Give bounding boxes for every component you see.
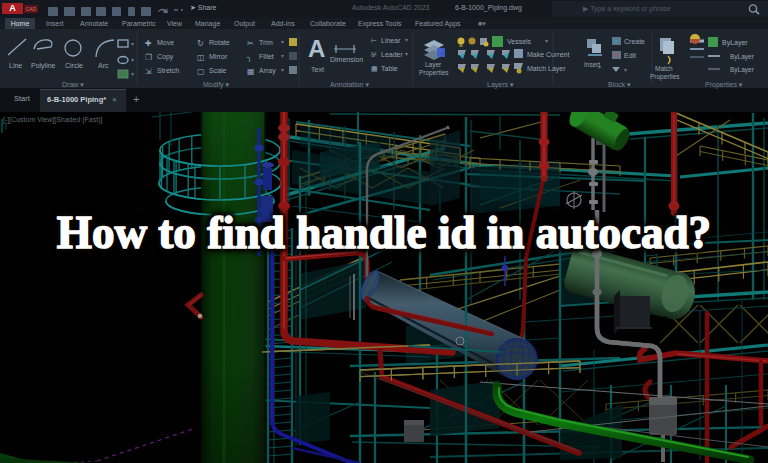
svg-text:Line: Line xyxy=(9,62,22,69)
svg-text:A: A xyxy=(308,35,325,62)
svg-text:▾: ▾ xyxy=(405,37,408,43)
svg-text:▦: ▦ xyxy=(371,65,378,72)
svg-text:Properties: Properties xyxy=(650,73,680,81)
svg-text:Match: Match xyxy=(655,65,673,72)
svg-text:▾: ▾ xyxy=(281,67,284,73)
svg-text:▾: ▾ xyxy=(281,53,284,59)
svg-text:⇲: ⇲ xyxy=(145,67,152,76)
svg-text:✚: ✚ xyxy=(145,39,152,48)
svg-text:Table: Table xyxy=(381,65,398,72)
svg-text:Linear: Linear xyxy=(381,37,401,44)
svg-text:╮: ╮ xyxy=(246,53,252,63)
svg-text:Modify ▾: Modify ▾ xyxy=(203,81,230,89)
svg-text:▾: ▾ xyxy=(281,39,284,45)
svg-text:Rotate: Rotate xyxy=(209,39,230,46)
svg-text:Leader: Leader xyxy=(381,51,403,58)
svg-text:Arc: Arc xyxy=(98,62,109,69)
svg-text:Block ▾: Block ▾ xyxy=(608,81,631,88)
svg-text:▾: ▾ xyxy=(131,57,134,63)
svg-text:↻: ↻ xyxy=(197,39,204,48)
svg-text:Trim: Trim xyxy=(259,39,273,46)
svg-text:▾: ▾ xyxy=(598,64,601,70)
svg-text:Circle: Circle xyxy=(65,62,83,69)
svg-text:▾: ▾ xyxy=(131,41,134,47)
svg-text:Properties ▾: Properties ▾ xyxy=(705,81,743,89)
svg-text:Layers ▾: Layers ▾ xyxy=(487,81,514,89)
svg-text:Mirror: Mirror xyxy=(209,53,228,60)
svg-text:◫: ◫ xyxy=(197,53,205,62)
svg-text:ByLayer: ByLayer xyxy=(730,66,755,74)
svg-text:▾: ▾ xyxy=(131,71,134,77)
svg-text:⊮: ⊮ xyxy=(371,51,377,58)
svg-text:Move: Move xyxy=(157,39,174,46)
svg-text:Copy: Copy xyxy=(157,53,174,61)
svg-text:Edit: Edit xyxy=(624,52,636,59)
svg-text:▦: ▦ xyxy=(247,67,255,76)
svg-text:✂: ✂ xyxy=(247,39,254,48)
svg-text:▾: ▾ xyxy=(405,51,408,57)
svg-text:Properties: Properties xyxy=(419,69,449,77)
svg-text:▢: ▢ xyxy=(197,67,205,76)
svg-text:ByLayer: ByLayer xyxy=(730,53,755,61)
svg-text:Create: Create xyxy=(624,38,645,45)
svg-text:Match Layer: Match Layer xyxy=(527,65,566,73)
svg-text:Make Current: Make Current xyxy=(527,51,569,58)
svg-text:Text: Text xyxy=(311,66,324,73)
svg-text:Annotation ▾: Annotation ▾ xyxy=(330,81,369,88)
svg-text:Polyline: Polyline xyxy=(31,62,56,70)
svg-text:Fillet: Fillet xyxy=(259,53,274,60)
svg-text:Scale: Scale xyxy=(209,67,227,74)
svg-text:Vessels: Vessels xyxy=(507,38,532,45)
svg-text:Dimension: Dimension xyxy=(330,56,363,63)
svg-text:Draw ▾: Draw ▾ xyxy=(62,81,84,88)
svg-text:▾: ▾ xyxy=(545,38,548,44)
svg-text:Stretch: Stretch xyxy=(157,67,179,74)
svg-text:▾: ▾ xyxy=(624,67,627,73)
svg-text:❐: ❐ xyxy=(145,53,152,62)
svg-text:⊢: ⊢ xyxy=(371,37,377,44)
svg-text:ByLayer: ByLayer xyxy=(722,39,748,47)
svg-text:Array: Array xyxy=(259,67,276,75)
svg-text:Layer: Layer xyxy=(425,61,442,69)
